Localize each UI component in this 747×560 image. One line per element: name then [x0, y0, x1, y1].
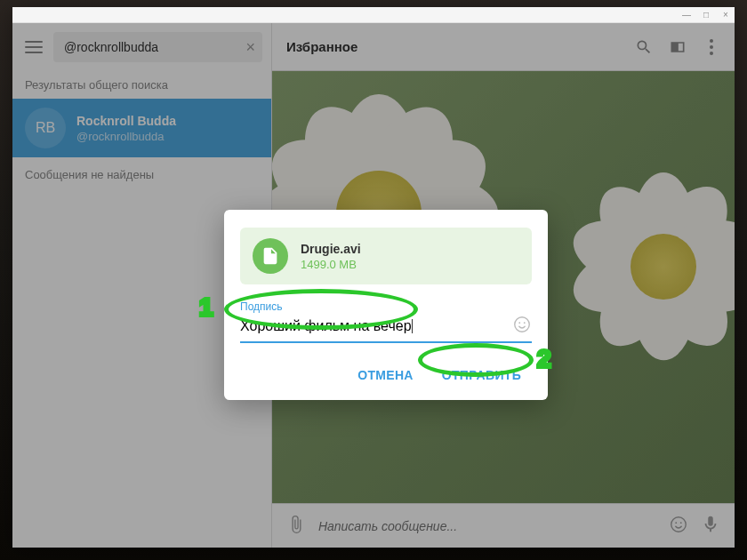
caption-input[interactable]: Хороший фильм на вечер	[240, 318, 505, 334]
file-icon	[253, 238, 288, 274]
minimize-button[interactable]: —	[681, 10, 692, 20]
text-cursor	[412, 319, 413, 333]
close-button[interactable]: ×	[720, 10, 731, 20]
file-name: Drugie.avi	[301, 242, 361, 256]
cancel-button[interactable]: ОТМЕНА	[347, 361, 423, 389]
file-size: 1499.0 MB	[301, 258, 361, 271]
window-titlebar: — □ ×	[12, 7, 735, 23]
send-file-dialog: Drugie.avi 1499.0 MB Подпись Хороший фил…	[224, 210, 548, 400]
caption-label: Подпись	[240, 300, 532, 313]
file-meta: Drugie.avi 1499.0 MB	[301, 242, 361, 271]
file-attachment-card[interactable]: Drugie.avi 1499.0 MB	[240, 228, 532, 284]
dialog-actions: ОТМЕНА ОТПРАВИТЬ	[240, 361, 532, 389]
svg-point-4	[518, 322, 520, 324]
caption-value: Хороший фильм на вечер	[240, 318, 412, 334]
app-window: — □ × × Результаты общего поиска RB Rock…	[12, 7, 735, 548]
maximize-button[interactable]: □	[701, 10, 711, 20]
caption-field: Подпись Хороший фильм на вечер	[240, 300, 532, 343]
svg-point-3	[515, 317, 530, 332]
svg-point-5	[524, 322, 526, 324]
send-button[interactable]: ОТПРАВИТЬ	[431, 361, 532, 389]
emoji-icon[interactable]	[512, 315, 532, 338]
